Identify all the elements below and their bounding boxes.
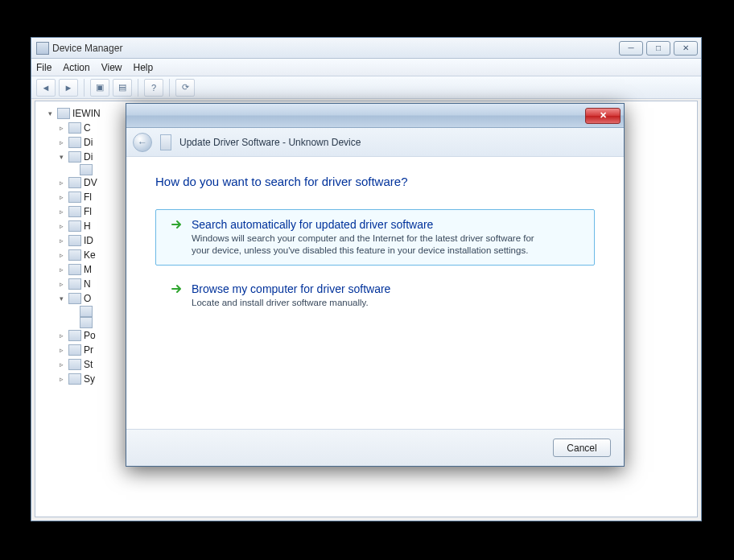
tree-item-label: Fl [84, 204, 92, 219]
tree-item-label: Pr [84, 343, 93, 357]
tree-item-label: C [84, 121, 91, 135]
device-category-icon [68, 293, 81, 304]
nav-back-button[interactable]: ◄ [36, 79, 56, 97]
toolbar-separator [169, 79, 170, 97]
wizard-back-button[interactable]: ← [133, 133, 152, 152]
device-category-icon [68, 330, 81, 341]
option-description: Locate and install driver software manua… [192, 297, 390, 309]
device-category-icon [68, 122, 81, 134]
dialog-close-button[interactable]: ✕ [585, 108, 621, 124]
tree-item-label: H [84, 219, 91, 233]
option-browse-computer[interactable]: Browse my computer for driver software L… [155, 274, 595, 318]
tree-item-label: N [84, 277, 91, 291]
close-button[interactable]: ✕ [674, 41, 698, 56]
dialog-question: How do you want to search for driver sof… [155, 175, 595, 188]
device-category-icon [68, 137, 81, 148]
device-manager-icon [36, 42, 49, 55]
dialog-header-text: Update Driver Software - Unknown Device [179, 137, 361, 148]
tree-item-label: M [84, 262, 92, 277]
device-category-icon [68, 344, 81, 356]
tree-item-label: Po [84, 328, 96, 343]
scan-hardware-button[interactable]: ⟳ [175, 79, 195, 97]
window-title: Device Manager [52, 43, 122, 54]
menu-action[interactable]: Action [63, 62, 89, 73]
device-category-icon [68, 373, 81, 385]
option-title: Search automatically for updated driver … [192, 218, 546, 231]
computer-icon [57, 108, 70, 119]
tree-item-label: Di [84, 135, 93, 150]
tree-item-label: ID [84, 233, 93, 248]
tree-item-label: DV [84, 175, 97, 190]
device-category-icon [68, 206, 81, 217]
toolbar-separator [84, 79, 85, 97]
menu-file[interactable]: File [36, 62, 52, 73]
cancel-button[interactable]: Cancel [553, 439, 611, 457]
show-hide-tree-button[interactable]: ▣ [90, 79, 109, 97]
tree-item-label: Sy [84, 372, 95, 386]
dialog-footer: Cancel [126, 429, 624, 466]
device-category-icon [80, 164, 93, 175]
option-search-automatically[interactable]: Search automatically for updated driver … [155, 209, 595, 266]
main-titlebar: Device Manager ─ □ ✕ [31, 38, 701, 59]
device-category-icon [68, 177, 81, 188]
device-category-icon [80, 317, 93, 328]
toolbar: ◄ ► ▣ ▤ ? ⟳ [31, 76, 701, 99]
device-category-icon [68, 359, 81, 370]
nav-forward-button[interactable]: ► [59, 79, 78, 97]
help-button[interactable]: ? [144, 79, 163, 97]
device-category-icon [68, 191, 81, 203]
arrow-right-icon [171, 218, 184, 231]
device-category-icon [68, 235, 81, 246]
tree-item-label: Di [84, 150, 93, 164]
device-category-icon [80, 306, 93, 317]
tree-item-label: O [84, 291, 91, 306]
toolbar-separator [138, 79, 138, 97]
option-description: Windows will search your computer and th… [192, 233, 546, 257]
menu-help[interactable]: Help [134, 62, 154, 73]
device-category-icon [68, 264, 81, 275]
menu-view[interactable]: View [101, 62, 122, 73]
update-driver-dialog: ✕ ← Update Driver Software - Unknown Dev… [126, 103, 625, 467]
tree-root-label: IEWIN [72, 106, 101, 121]
menu-bar: File Action View Help [31, 59, 701, 76]
tree-item-label: Ke [84, 248, 96, 262]
device-icon [160, 134, 171, 150]
tree-item-label: St [84, 357, 93, 372]
dialog-header: ← Update Driver Software - Unknown Devic… [126, 128, 624, 157]
arrow-right-icon [171, 282, 184, 295]
device-category-icon [68, 151, 81, 163]
properties-button[interactable]: ▤ [113, 79, 132, 97]
tree-item-label: Fl [84, 190, 92, 204]
option-title: Browse my computer for driver software [192, 282, 390, 295]
device-category-icon [68, 249, 81, 261]
device-category-icon [68, 220, 81, 232]
minimize-button[interactable]: ─ [619, 41, 643, 56]
maximize-button[interactable]: □ [646, 41, 670, 56]
dialog-titlebar: ✕ [126, 104, 624, 128]
dialog-body: How do you want to search for driver sof… [126, 157, 624, 429]
device-category-icon [68, 278, 81, 290]
